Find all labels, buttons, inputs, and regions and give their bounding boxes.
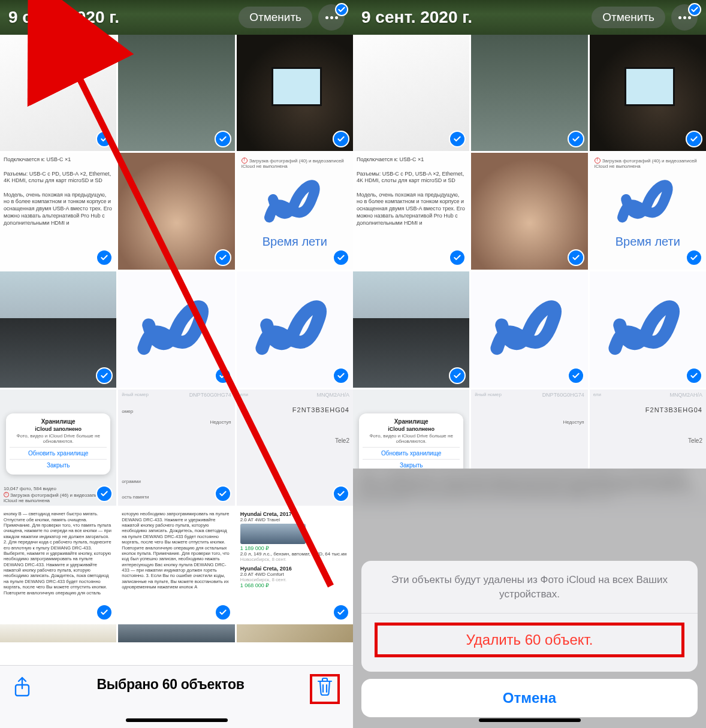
photo-thumb[interactable] xyxy=(590,271,706,388)
selected-check-icon xyxy=(686,131,702,147)
selection-mode-badge xyxy=(688,3,701,16)
photo-thumb[interactable] xyxy=(118,153,234,269)
delete-action-sheet: Эти объекты будут удалены из Фото iCloud… xyxy=(361,561,698,717)
photo-thumb[interactable] xyxy=(0,35,116,151)
more-button[interactable] xyxy=(671,4,698,31)
photo-thumb[interactable] xyxy=(118,624,234,642)
icloud-storage-popup: Хранилище iCloud заполнено Фото, видео и… xyxy=(359,413,463,475)
selected-check-icon xyxy=(215,485,231,502)
thumb-text: Разъемы: USB-C с PD, USB-A ×2, Ethernet,… xyxy=(4,171,113,185)
selected-check-icon xyxy=(568,367,584,384)
annotation-highlight-delete: Удалить 60 объект. xyxy=(375,623,684,657)
photo-thumb[interactable] xyxy=(0,624,116,642)
selected-check-icon xyxy=(96,367,113,384)
photo-thumb[interactable]: Загрузка фотографий (40) и видеозаписей … xyxy=(590,153,706,269)
screenshot-right: 9 сент. 2020 г. Отменить Подключается к:… xyxy=(353,0,706,728)
trash-icon[interactable] xyxy=(316,676,334,699)
photo-thumb[interactable]: йный номер DNPT60G0HG74 омер Недоступ ог… xyxy=(118,389,234,506)
thumb-warning: Загрузка фотографий (40) и видеозаписей … xyxy=(595,156,706,169)
photo-thumb[interactable] xyxy=(353,35,469,151)
header-background: 9 сент. 2020 г. Отменить xyxy=(0,0,353,35)
action-sheet-message: Эти объекты будут удалены из Фото iCloud… xyxy=(361,561,698,613)
selected-check-icon xyxy=(449,249,466,266)
photo-grid: Подключается к: USB-C ×1 Разъемы: USB-C … xyxy=(353,35,706,506)
cancel-selection-button[interactable]: Отменить xyxy=(239,7,312,28)
photo-thumb[interactable] xyxy=(118,271,234,388)
selected-check-icon xyxy=(96,249,113,266)
apple-event-swoosh-icon xyxy=(483,292,576,367)
photo-thumb[interactable] xyxy=(471,271,587,388)
photo-thumb[interactable] xyxy=(118,35,234,151)
photo-thumb[interactable]: которую необходимо запрограммировать на … xyxy=(118,508,234,624)
photo-thumb[interactable] xyxy=(237,35,353,151)
photo-thumb[interactable]: Подключается к: USB-C ×1 Разъемы: USB-C … xyxy=(0,153,116,269)
selected-check-icon xyxy=(215,249,231,266)
header-background: 9 сент. 2020 г. Отменить xyxy=(353,0,706,35)
photo-thumb[interactable] xyxy=(237,624,353,642)
selected-check-icon xyxy=(449,131,466,147)
apple-event-swoosh-icon xyxy=(254,174,336,232)
photo-thumb[interactable]: кнопку В — светодиод начнет быстро мигат… xyxy=(0,508,116,624)
photo-thumb[interactable] xyxy=(0,271,116,388)
delete-button[interactable]: Удалить 60 объект. xyxy=(361,613,698,672)
selected-check-icon xyxy=(568,131,584,147)
photo-thumb[interactable]: Хранилище iCloud заполнено Фото, видео и… xyxy=(0,389,116,506)
selected-check-icon xyxy=(568,249,584,266)
ellipsis-icon xyxy=(678,16,691,19)
selected-check-icon xyxy=(686,367,702,384)
apple-event-swoosh-icon xyxy=(607,174,689,232)
photo-thumb[interactable] xyxy=(353,271,469,388)
photo-thumb[interactable]: Hyundai Creta, 2017 2.0 AT 4WD Travel 1 … xyxy=(237,508,353,624)
screenshot-left: 9 сент. 2020 г. Отменить Подкл xyxy=(0,0,353,728)
home-indicator[interactable] xyxy=(126,718,228,722)
thumb-text: Модель, очень похожая на предыдущую, но … xyxy=(4,192,113,226)
selected-check-icon xyxy=(333,367,349,384)
selection-toolbar: Выбрано 60 объектов xyxy=(0,665,353,728)
apple-event-swoosh-icon xyxy=(130,292,223,367)
selection-mode-badge xyxy=(335,3,348,16)
cancel-selection-button[interactable]: Отменить xyxy=(592,7,665,28)
annotation-highlight-trash xyxy=(310,674,340,704)
photo-thumb[interactable] xyxy=(471,153,587,269)
selected-check-icon xyxy=(96,604,113,621)
selected-check-icon xyxy=(215,604,231,621)
selected-check-icon xyxy=(96,131,113,147)
selected-check-icon xyxy=(333,131,349,147)
thumb-text: Подключается к: USB-C ×1 xyxy=(4,156,113,164)
selected-check-icon xyxy=(215,131,231,147)
selection-count-label: Выбрано 60 объектов xyxy=(96,676,244,693)
photo-thumb[interactable]: Подключается к: USB-C ×1 Разъемы: USB-C … xyxy=(353,153,469,269)
more-button[interactable] xyxy=(318,4,345,31)
thumb-text: кнопку В — светодиод начнет быстро мигат… xyxy=(4,511,113,596)
selected-check-icon xyxy=(333,604,349,621)
thumb-text: которую необходимо запрограммировать на … xyxy=(122,511,231,590)
apple-event-swoosh-icon xyxy=(601,292,694,367)
selected-check-icon xyxy=(215,367,231,384)
date-title: 9 сент. 2020 г. xyxy=(361,8,472,27)
date-title: 9 сент. 2020 г. xyxy=(8,8,119,27)
share-icon[interactable] xyxy=(13,676,31,700)
selected-check-icon xyxy=(449,367,466,384)
icloud-storage-popup: Хранилище iCloud заполнено Фото, видео и… xyxy=(6,413,110,475)
photo-thumb[interactable] xyxy=(237,271,353,388)
photo-thumb[interactable]: Загрузка фотографий (40) и видеозаписей … xyxy=(237,153,353,269)
selected-check-icon xyxy=(333,249,349,266)
selected-check-icon xyxy=(686,249,702,266)
photo-thumb[interactable]: ели MNQM2AH/A F2NT3B3EHG04 Tele2 xyxy=(237,389,353,506)
photo-thumb[interactable] xyxy=(590,35,706,151)
photo-thumb[interactable] xyxy=(471,35,587,151)
photo-grid: Подключается к: USB-C ×1 Разъемы: USB-C … xyxy=(0,35,353,624)
home-indicator[interactable] xyxy=(479,718,581,722)
car-thumb xyxy=(240,524,306,544)
selected-check-icon xyxy=(333,485,349,502)
thumb-text: Время лети xyxy=(263,235,327,249)
thumb-warning: Загрузка фотографий (40) и видеозаписей … xyxy=(242,156,353,169)
action-sheet-cancel-button[interactable]: Отмена xyxy=(361,679,698,717)
ellipsis-icon xyxy=(325,16,338,19)
apple-event-swoosh-icon xyxy=(248,292,341,367)
